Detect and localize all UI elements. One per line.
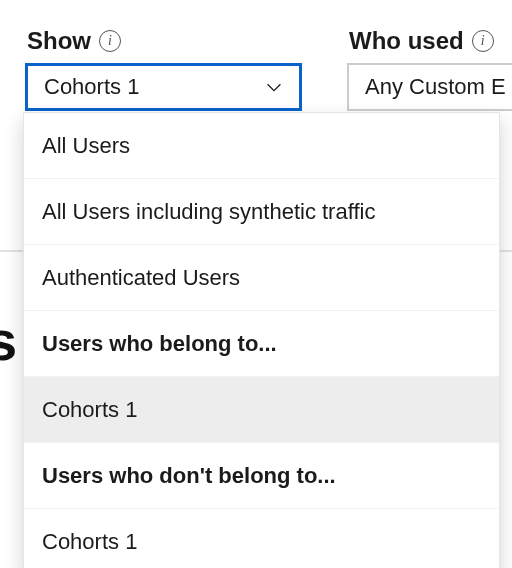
option-label: Cohorts 1 xyxy=(42,529,137,555)
show-label-text: Show xyxy=(27,27,91,55)
info-icon[interactable]: i xyxy=(99,30,121,52)
show-label: Show i xyxy=(27,27,121,55)
option-label: All Users xyxy=(42,133,130,159)
show-dropdown: All Users All Users including synthetic … xyxy=(23,112,500,568)
option-label: Cohorts 1 xyxy=(42,397,137,423)
who-used-label: Who used i xyxy=(349,27,494,55)
option-all-users[interactable]: All Users xyxy=(24,113,499,179)
option-cohorts-1-belong[interactable]: Cohorts 1 xyxy=(24,377,499,443)
option-group-dont-belong-to[interactable]: Users who don't belong to... xyxy=(24,443,499,509)
who-used-select[interactable]: Any Custom E xyxy=(347,63,512,111)
chevron-down-icon xyxy=(263,76,285,98)
option-label: Users who don't belong to... xyxy=(42,463,336,489)
option-cohorts-1-dont-belong[interactable]: Cohorts 1 xyxy=(24,509,499,568)
show-select[interactable]: Cohorts 1 xyxy=(25,63,302,111)
option-label: Users who belong to... xyxy=(42,331,277,357)
background-heading-fragment: s xyxy=(0,308,17,373)
option-authenticated-users[interactable]: Authenticated Users xyxy=(24,245,499,311)
option-label: Authenticated Users xyxy=(42,265,240,291)
option-label: All Users including synthetic traffic xyxy=(42,199,375,225)
option-all-users-synthetic[interactable]: All Users including synthetic traffic xyxy=(24,179,499,245)
who-used-select-value: Any Custom E xyxy=(365,74,506,100)
show-select-value: Cohorts 1 xyxy=(44,74,139,100)
info-icon[interactable]: i xyxy=(472,30,494,52)
who-used-label-text: Who used xyxy=(349,27,464,55)
option-group-belong-to[interactable]: Users who belong to... xyxy=(24,311,499,377)
